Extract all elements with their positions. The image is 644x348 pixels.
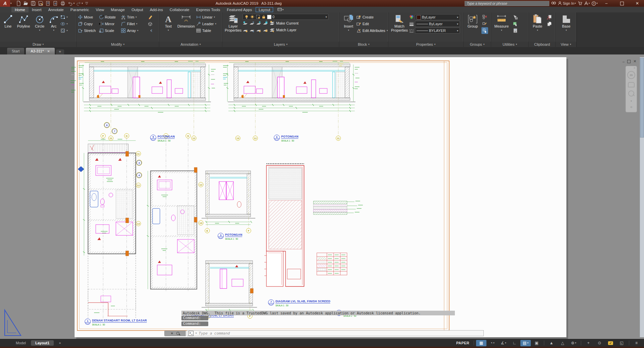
selection-cycling-toggle[interactable]: ▣ [531,340,542,346]
explode-button[interactable] [148,21,153,27]
model-tab[interactable]: Model [11,340,30,346]
mirror-button[interactable]: Mirror [99,21,121,27]
crosshair-units-toggle[interactable]: + [583,340,594,346]
ribbon-tab-featured-apps[interactable]: Featured Apps [223,7,255,12]
doc-close-button[interactable]: ✕ [633,59,636,64]
scale-button[interactable]: Scale [99,27,121,34]
rotate-button[interactable]: Rotate [99,14,121,21]
paste-button[interactable]: Paste▾ [530,13,545,42]
command-close-icon[interactable]: ✕ [171,332,173,335]
clean-screen-toggle[interactable]: ◱ [616,340,627,346]
measure-button[interactable]: Measure▾ [492,13,511,42]
vertical-scrollbar-thumb[interactable] [640,58,644,138]
layer-on-icon[interactable] [243,27,248,33]
command-search-icon[interactable] [176,332,179,335]
customize-quick-access-button[interactable] [83,0,90,6]
panel-label-modify[interactable]: Modify▾ [77,42,159,47]
circle-button[interactable]: Circle▾ [32,13,47,42]
lineweight-selector[interactable]: ByLayer▾ [415,21,460,27]
group-edit-button[interactable] [482,21,487,27]
edit-block-button[interactable]: Edit [356,21,387,27]
save-button[interactable] [30,0,37,6]
insert-button[interactable]: Insert▾ [341,13,356,42]
fillet-button[interactable]: Fillet▾ [121,21,146,27]
copy-clip-button[interactable] [547,21,552,27]
isolate-objects-toggle[interactable]: ⊙ [594,340,605,346]
search-input[interactable]: Type a keyword or phrase [465,1,549,6]
ellipse-button[interactable]: ▾ [60,21,75,27]
annotation-autoscale-toggle[interactable]: △ [557,340,568,346]
ribbon-display-caret-icon[interactable]: ▾ [282,8,284,11]
doc-minimize-button[interactable]: – [622,60,625,64]
ribbon-tab-express-tools[interactable]: Express Tools [193,7,223,12]
table-button[interactable]: Table [196,27,221,34]
ortho-mode-toggle[interactable]: ∟ [509,340,520,346]
ribbon-tab-parametric[interactable]: Parametric [67,7,93,12]
app-store-cart-icon[interactable] [578,1,582,5]
cut-button[interactable] [547,14,552,21]
copy-button[interactable]: Copy [78,21,99,27]
object-snap-tracking-toggle[interactable]: ∡▾ [498,340,509,346]
file-tab-a3-311-[interactable]: A3-311*✕ [26,47,55,54]
pan-icon[interactable] [628,82,635,87]
line-button[interactable]: Line [1,13,15,42]
help-icon[interactable]: ?▾ [592,1,598,6]
ribbon-tab-output[interactable]: Output [128,7,146,12]
panel-label-block[interactable]: Block▾ [339,42,388,47]
undo-caret-icon[interactable]: ▾ [74,2,75,5]
save-to-web-button[interactable] [52,0,59,6]
dynamic-input-toggle[interactable]: ▤▾ [520,340,531,346]
panel-label-utilities[interactable]: Utilities▾ [491,42,528,47]
hatch-button[interactable]: ▾ [60,27,75,34]
grid-display-toggle[interactable]: ▦ [476,340,486,346]
ribbon-tab-collaborate[interactable]: Collaborate [166,7,193,12]
object-color-selector[interactable]: ByLayer▾ [415,14,460,20]
quick-calculator-button[interactable] [513,27,518,34]
arc-button[interactable]: Arc▾ [47,13,60,42]
file-tab-start[interactable]: Start [7,47,25,54]
ribbon-tab-home[interactable]: Home [11,7,29,12]
autodesk-app-icon[interactable]: ▾ [584,1,590,5]
edit-attributes-button[interactable]: Edit Attributes▾ [356,27,387,34]
doc-restore-button[interactable] [627,60,631,63]
quick-select-button[interactable] [513,14,518,21]
match-properties-button[interactable]: Match Properties [390,13,409,42]
snap-polar-tracking-toggle[interactable]: ◔▾ [487,340,498,346]
offset-button[interactable] [148,27,153,34]
base-button[interactable]: Base▾ [558,13,575,42]
layer-properties-button[interactable]: Layer Properties [224,13,243,42]
ribbon-tab-insert[interactable]: Insert [29,7,45,12]
ungroup-button[interactable] [482,14,487,21]
search-icon[interactable] [551,1,556,5]
rectangle-button[interactable]: ▾ [60,14,75,21]
leader-button[interactable]: Leader▾ [196,21,221,27]
layer-unlock-icon[interactable] [263,27,268,33]
layer-freeze-icon[interactable] [256,21,261,26]
application-menu-button[interactable]: A [0,0,10,7]
stretch-button[interactable]: Stretch [78,27,99,34]
application-menu-caret-icon[interactable]: ▾ [10,2,12,5]
navbar-caret-icon[interactable]: ▾ [631,100,632,103]
redo-caret-icon[interactable]: ▾ [82,2,83,5]
save-as-button[interactable] [37,0,44,6]
match-layer-button[interactable]: Match Layer [276,28,297,32]
command-recent-caret-icon[interactable]: ▾ [196,332,197,335]
restore-button[interactable] [615,0,629,7]
trim-button[interactable]: Trim▾ [121,14,146,21]
graphics-performance-toggle[interactable]: ✓ [605,340,616,346]
ribbon-tab-layout[interactable]: Layout [255,7,274,12]
panel-label-layers[interactable]: Layers▾ [222,42,339,47]
ribbon-tab-annotate[interactable]: Annotate [45,7,67,12]
move-button[interactable]: Move [78,14,99,21]
new-button[interactable] [15,0,22,6]
text-button[interactable]: A Text▾ [161,13,176,42]
workspace-switching-toggle[interactable]: ⊛▾ [568,340,579,346]
annotation-visibility-toggle[interactable]: ▲ [546,340,557,346]
group-button[interactable]: Group [465,13,480,42]
panel-label-groups[interactable]: Groups▾ [464,42,491,47]
navbar-close-icon[interactable]: ✕ [633,67,636,70]
layer-off-icon[interactable] [243,21,248,26]
linetype-selector[interactable]: BYLAYER▾ [415,28,460,34]
panel-label-properties[interactable]: Properties▾ [388,42,463,47]
undo-button[interactable] [67,0,74,6]
